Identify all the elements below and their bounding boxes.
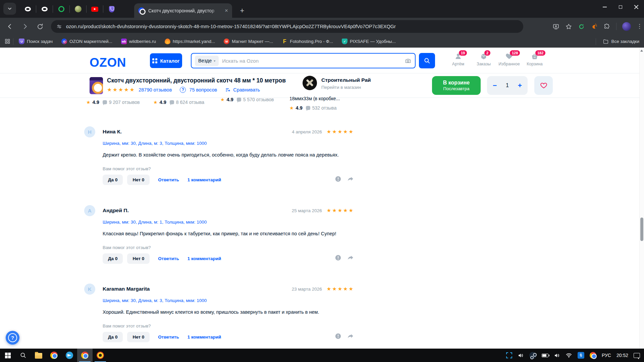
helpful-no-button[interactable]: Нет 0 [127,253,150,264]
wifi-icon[interactable] [566,352,572,359]
volume-icon[interactable] [554,352,560,359]
related-rating-2[interactable]: ★ 4.9 8 624 отзыва [153,100,204,105]
related-rating-1[interactable]: ★ 4.9 9 207 отзывов [86,100,140,105]
back-button[interactable] [5,22,14,31]
page-scrollbar[interactable] [639,48,644,349]
game-app-button[interactable] [93,349,108,362]
window-minimize-button[interactable] [597,0,612,14]
helpful-no-button[interactable]: Нет 0 [127,332,150,342]
language-indicator[interactable]: РУС [602,353,611,358]
bluetooth-icon[interactable] [578,352,584,359]
clock[interactable]: 20:52 [616,353,628,358]
comments-link[interactable]: 1 комментарий [187,177,221,182]
chrome-active-button[interactable] [77,349,93,362]
volume-icon[interactable] [518,352,524,359]
bookmark-poisk-zadach[interactable]: U Поиск задач [19,39,53,44]
seller-name[interactable]: Строительный Рай [321,77,371,83]
share-icon[interactable] [347,175,354,183]
bookmark-fotohosting[interactable]: F Fotohosting.Pro - Ф... [282,39,333,44]
catalog-button[interactable]: Каталог [150,53,182,68]
report-icon[interactable] [334,175,342,183]
compare-link[interactable]: Сравнивать [233,87,260,93]
window-close-button[interactable] [628,0,644,14]
tab-close-icon[interactable]: × [225,8,228,13]
sync-extension-icon[interactable] [578,23,585,30]
all-bookmarks-button[interactable]: Все закладки [596,38,639,45]
telegram-button[interactable] [62,349,77,362]
product-thumbnail[interactable] [90,77,103,94]
file-explorer-button[interactable] [31,349,46,362]
camera-search-icon[interactable] [405,57,412,64]
orange-extension-icon[interactable] [591,23,598,30]
pinned-tab-avatar[interactable] [70,5,86,13]
chrome-button[interactable] [46,349,62,362]
bookmark-wildberries[interactable]: wb wildberries.ru [121,39,156,44]
reviews-count-link[interactable]: 28790 отзывов [139,87,172,93]
quantity-minus-button[interactable]: − [493,81,497,89]
seller-logo[interactable] [303,76,317,90]
related-rating-4[interactable]: ★ 4.9 532 отзыва [289,105,336,111]
search-scope-dropdown[interactable]: Везде ▾ [195,56,219,66]
scrollbar-thumb[interactable] [640,218,643,241]
comments-link[interactable]: 1 комментарий [187,335,221,340]
active-tab[interactable]: Скотч двухсторонний, двустор × [134,3,232,18]
reply-link[interactable]: Ответить [158,335,179,340]
chrome-tray-icon[interactable] [590,352,596,359]
bookmark-ozon[interactable]: O OZON маркетплей... [61,39,112,44]
pinned-tab-youtube[interactable] [87,5,103,13]
snip-tool-icon[interactable] [506,352,512,358]
help-button[interactable]: ? [6,331,19,345]
helpful-no-button[interactable]: Нет 0 [127,175,150,185]
nav-favorites[interactable]: 128 Избранное [496,50,522,66]
related-product-title[interactable]: 18ммх33м (в коробке... [289,96,340,101]
new-tab-button[interactable]: + [237,5,248,16]
battery-icon[interactable] [542,354,548,357]
favorite-button[interactable] [534,76,553,95]
tab-search-chevron-icon[interactable] [3,3,16,15]
report-icon[interactable] [334,333,342,340]
taskbar-search-button[interactable] [15,349,31,362]
helpful-yes-button[interactable]: Да 0 [103,253,123,264]
browser-menu-icon[interactable]: ⋮ [637,25,639,27]
window-restore-button[interactable] [612,0,628,14]
related-rating-3[interactable]: ★ 4.9 5 570 отзывов [220,97,274,102]
start-button[interactable] [0,349,15,362]
url-bar[interactable]: ozon.ru/product/skotch-dvuhstoronniy-dvu… [51,20,523,33]
pinned-tab-ozon-1[interactable] [19,5,36,13]
pinned-tab-green[interactable] [53,5,69,13]
pinned-tab-purple[interactable] [103,5,120,13]
notifications-icon[interactable] [634,353,640,358]
share-icon[interactable] [347,254,354,261]
steam-icon[interactable] [529,352,536,359]
profile-avatar[interactable] [622,22,631,31]
questions-link[interactable]: 75 вопросов [189,87,217,93]
share-icon[interactable] [347,333,354,340]
helpful-yes-button[interactable]: Да 0 [103,332,123,342]
install-icon[interactable] [552,23,559,30]
nav-profile[interactable]: 19 Артём [445,50,471,66]
review-variant-link[interactable]: Ширина, мм: 30, Длина, м: 1, Толщина, мк… [103,220,207,225]
reload-button[interactable] [36,22,44,31]
ozon-logo[interactable]: OZON [90,56,126,70]
forward-button[interactable] [21,22,30,31]
nav-orders[interactable]: 2 Заказы [471,50,496,66]
helpful-yes-button[interactable]: Да 0 [103,175,123,185]
nav-cart[interactable]: 182 Корзина [522,50,547,66]
report-icon[interactable] [334,254,342,261]
review-variant-link[interactable]: Ширина, мм: 30, Длина, м: 3, Толщина, мк… [103,298,207,303]
review-variant-link[interactable]: Ширина, мм: 30, Длина, м: 3, Толщина, мк… [103,141,207,146]
bookmark-pixsafe[interactable]: ✓ PIXSAFE — Удобны... [342,39,396,44]
quantity-plus-button[interactable]: + [518,81,522,89]
reply-link[interactable]: Ответить [158,256,179,261]
seller-link[interactable]: Перейти в магазин [321,85,361,90]
bookmark-magnit-market[interactable]: M Магнит Маркет —... [224,39,273,44]
in-cart-button[interactable]: В корзине Послезавтра [432,76,481,95]
extensions-puzzle-icon[interactable] [603,23,610,30]
reply-link[interactable]: Ответить [158,177,179,182]
pinned-tab-ozon-2[interactable] [36,5,53,13]
comments-link[interactable]: 1 комментарий [187,256,221,261]
bookmark-yandex-market[interactable]: https://market.yand... [165,39,215,44]
bookmark-star-icon[interactable] [565,23,572,30]
search-button[interactable] [419,53,435,68]
apps-grid-icon[interactable] [5,39,10,44]
